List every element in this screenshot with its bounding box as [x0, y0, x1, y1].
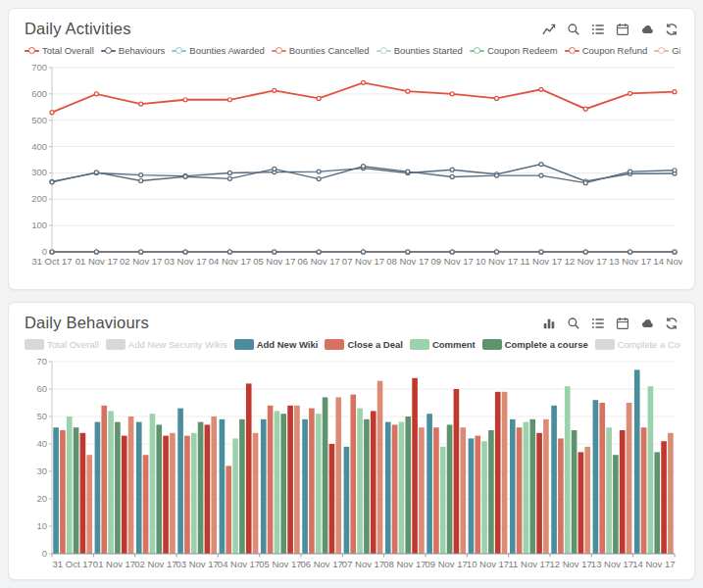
svg-text:31 Oct 17: 31 Oct 17 [53, 559, 93, 569]
legend-item-add-new-security-wikis[interactable]: Add New Security Wikis [106, 339, 227, 350]
svg-text:14 Nov 17: 14 Nov 17 [632, 559, 675, 569]
daily-behaviours-chart: 01020304050607031 Oct 1701 Nov 1702 Nov … [23, 352, 680, 577]
svg-text:200: 200 [31, 193, 47, 204]
svg-text:31 Oct 17: 31 Oct 17 [31, 256, 72, 267]
legend-item-coupon-refund[interactable]: Coupon Refund [565, 45, 648, 56]
bar-chart-canvas[interactable]: 01020304050607031 Oct 1701 Nov 1702 Nov … [23, 354, 682, 573]
legend-item-add-new-wiki[interactable]: Add New Wiki [234, 339, 319, 350]
legend-line-marker [654, 50, 669, 52]
svg-text:02 Nov 17: 02 Nov 17 [120, 256, 162, 267]
legend-item-label: Bounties Awarded [189, 45, 264, 56]
svg-text:04 Nov 17: 04 Nov 17 [218, 559, 260, 569]
legend-item-comment[interactable]: Comment [410, 339, 476, 350]
svg-text:13 Nov 17: 13 Nov 17 [609, 256, 651, 267]
legend-item-label: Complete a Course Score &#43;80% [618, 339, 680, 350]
panel-header: Daily Behaviours [23, 303, 680, 335]
legend-item-label: Comment [432, 339, 476, 350]
legend-item-complete-a-course-score-43-80[interactable]: Complete a Course Score &#43;80% [595, 339, 680, 350]
line-chart-icon[interactable] [542, 23, 556, 36]
panel-header: Daily Activities [23, 9, 680, 41]
svg-text:01 Nov 17: 01 Nov 17 [75, 256, 118, 267]
zoom-icon[interactable] [567, 317, 580, 330]
legend-swatch [325, 339, 344, 350]
panel-daily-activities: Daily Activities Total OverallBehaviours… [8, 8, 695, 290]
svg-text:09 Nov 17: 09 Nov 17 [431, 256, 474, 267]
legend-item-label: Complete a course [505, 339, 588, 350]
legend-item-label: Add New Security Wikis [128, 339, 227, 350]
legend: Total OverallAdd New Security WikisAdd N… [23, 335, 680, 352]
legend-item-total-overall[interactable]: Total Overall [25, 339, 99, 350]
legend-line-marker [565, 50, 579, 52]
panel-daily-behaviours: Daily Behaviours Total OverallAdd New Se… [8, 302, 695, 580]
refresh-icon[interactable] [665, 317, 678, 330]
legend-item-coupon-redeem[interactable]: Coupon Redeem [470, 45, 558, 56]
svg-text:09 Nov 17: 09 Nov 17 [426, 559, 468, 569]
legend-item-label: Total Overall [42, 45, 94, 56]
legend-item-bounties-started[interactable]: Bounties Started [377, 45, 463, 56]
svg-text:13 Nov 17: 13 Nov 17 [591, 559, 633, 569]
svg-text:10 Nov 17: 10 Nov 17 [476, 256, 518, 267]
svg-text:500: 500 [31, 115, 47, 125]
table-icon[interactable] [591, 317, 605, 330]
svg-text:300: 300 [31, 167, 47, 177]
svg-text:50: 50 [36, 411, 47, 421]
legend-item-bounties-awarded[interactable]: Bounties Awarded [172, 45, 264, 56]
cloud-download-icon[interactable] [640, 23, 654, 36]
calendar-icon[interactable] [616, 317, 629, 330]
svg-text:01 Nov 17: 01 Nov 17 [93, 559, 135, 569]
legend-item-label: Bounties Cancelled [289, 45, 370, 56]
refresh-icon[interactable] [665, 23, 678, 36]
legend-swatch [595, 339, 615, 350]
svg-text:05 Nov 17: 05 Nov 17 [253, 256, 295, 267]
svg-text:10: 10 [36, 520, 47, 531]
daily-activities-chart: 010020030040050060070031 Oct 1701 Nov 17… [23, 58, 680, 275]
table-icon[interactable] [591, 23, 605, 36]
svg-text:12 Nov 17: 12 Nov 17 [565, 256, 607, 267]
legend-item-behaviours[interactable]: Behaviours [101, 45, 166, 56]
svg-text:700: 700 [31, 62, 47, 73]
toolbar [542, 317, 678, 330]
svg-text:02 Nov 17: 02 Nov 17 [134, 559, 176, 569]
svg-text:0: 0 [42, 548, 47, 559]
dashboard: Daily Activities Total OverallBehaviours… [0, 0, 703, 588]
svg-text:30: 30 [36, 466, 47, 476]
svg-text:07 Nov 17: 07 Nov 17 [342, 256, 384, 267]
svg-text:600: 600 [31, 88, 47, 99]
svg-text:08 Nov 17: 08 Nov 17 [386, 256, 428, 267]
legend: Total OverallBehavioursBounties AwardedB… [23, 41, 680, 58]
legend-item-label: Total Overall [47, 339, 99, 350]
svg-text:40: 40 [36, 438, 47, 449]
svg-text:03 Nov 17: 03 Nov 17 [176, 559, 219, 569]
legend-line-marker [25, 50, 39, 52]
cloud-download-icon[interactable] [640, 317, 654, 330]
svg-text:06 Nov 17: 06 Nov 17 [301, 559, 343, 569]
line-chart-canvas[interactable]: 010020030040050060070031 Oct 1701 Nov 17… [23, 60, 682, 271]
svg-text:60: 60 [36, 383, 47, 394]
svg-text:11 Nov 17: 11 Nov 17 [521, 256, 563, 267]
legend-item-close-a-deal[interactable]: Close a Deal [325, 339, 403, 350]
svg-text:14 Nov 17: 14 Nov 17 [653, 256, 682, 267]
svg-text:11 Nov 17: 11 Nov 17 [509, 559, 551, 569]
svg-text:10 Nov 17: 10 Nov 17 [467, 559, 509, 569]
svg-text:20: 20 [36, 493, 47, 504]
legend-item-label: Add New Wiki [257, 339, 319, 350]
legend-swatch [410, 339, 429, 350]
legend-item-label: Close a Deal [347, 339, 403, 350]
svg-text:12 Nov 17: 12 Nov 17 [550, 559, 592, 569]
svg-text:03 Nov 17: 03 Nov 17 [164, 256, 206, 267]
toolbar [542, 23, 678, 36]
calendar-icon[interactable] [616, 23, 629, 36]
legend-item-total-overall[interactable]: Total Overall [25, 45, 94, 56]
bar-chart-icon[interactable] [542, 317, 556, 330]
zoom-icon[interactable] [567, 23, 580, 36]
legend-swatch [106, 339, 126, 350]
page-title: Daily Behaviours [25, 314, 149, 332]
legend-item-label: Behaviours [119, 45, 166, 56]
legend-item-complete-a-course[interactable]: Complete a course [482, 339, 588, 350]
legend-line-marker [172, 50, 186, 52]
legend-item-bounties-cancelled[interactable]: Bounties Cancelled [272, 45, 370, 56]
legend-item-gifts[interactable]: Gifts [654, 45, 680, 56]
legend-line-marker [101, 50, 116, 52]
legend-swatch [234, 339, 254, 350]
svg-text:08 Nov 17: 08 Nov 17 [383, 559, 426, 569]
